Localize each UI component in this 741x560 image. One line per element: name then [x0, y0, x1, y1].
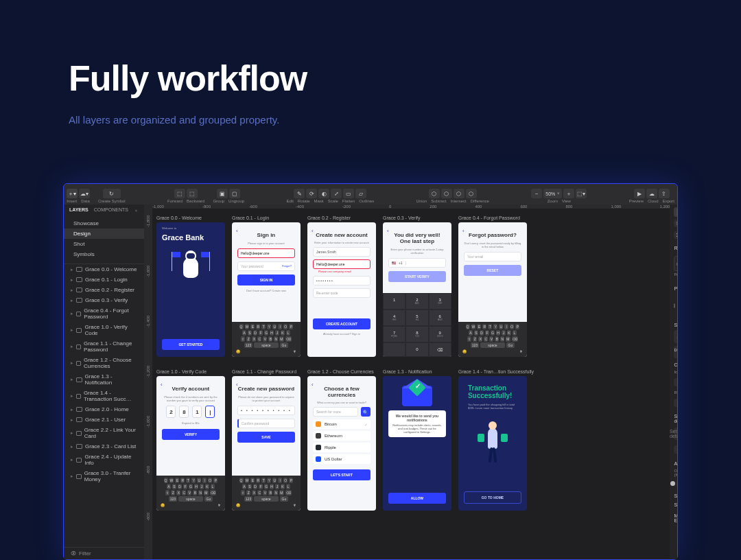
keyboard[interactable]: QWERTYUIOPASDFGHJKL⇧ZXCVBNM⌫123spaceGo😊🎙	[232, 476, 301, 511]
backward-button[interactable]: ⬚	[187, 189, 198, 198]
layer-item[interactable]: ▸Grace 1.2 - Choose Currencies	[64, 355, 144, 371]
x-input[interactable]: 0X	[674, 220, 677, 227]
group-button[interactable]: ▣	[217, 189, 228, 198]
symbol-select[interactable]: — CheckButtons/ ⌄	[674, 330, 677, 343]
forward-button[interactable]: ⬚	[174, 189, 185, 198]
align-left-button[interactable]: ▏	[674, 207, 677, 217]
currency-item[interactable]: Ethereum	[313, 431, 370, 441]
layer-item[interactable]: ▸Grace 2.4 - Update Info	[64, 452, 144, 468]
artboard[interactable]: Grace 0.1 - Login ‹ Sign in Please sign …	[232, 215, 301, 357]
verify-button[interactable]: VERIFY	[162, 429, 220, 440]
layer-item[interactable]: ▸Grace 0.0 - Welcome	[64, 264, 144, 275]
go-home-button[interactable]: GO TO HOME	[464, 491, 521, 504]
artboard[interactable]: Grace 0.2 - Register ‹ Create new accoun…	[307, 215, 376, 357]
numpad[interactable]: 12ABC3DEF4GHI5JKL6MNO7PQRS8TUV9WXYZ0⌫	[383, 293, 451, 357]
layer-item[interactable]: ▸Grace 1.0 - Verify Code	[64, 322, 144, 338]
get-started-button[interactable]: GET STARTED	[162, 339, 220, 350]
back-icon[interactable]: ‹	[387, 228, 389, 234]
scale-button[interactable]: ⤢	[331, 189, 342, 198]
name-field[interactable]: James Smith	[313, 247, 370, 257]
keyboard[interactable]: QWERTYUIOPASDFGHJKL⇧ZXCVBNM⌫123spaceGo😊🎙	[458, 322, 527, 357]
outlines-button[interactable]: ▱	[355, 189, 366, 198]
pin-to-edge[interactable]: Pin to Edge	[674, 256, 677, 277]
layer-item[interactable]: ▸Grace 2.3 - Card List	[64, 441, 144, 452]
components-tab[interactable]: COMPONENTS	[94, 207, 128, 214]
keyboard[interactable]: QWERTYUIOPASDFGHJKL⇧ZXCVBNM⌫123spaceGo😊🎙	[156, 476, 225, 511]
w-input[interactable]: 375W	[674, 231, 677, 239]
lets-start-button[interactable]: LET'S START	[313, 469, 370, 480]
email-field[interactable]: Your email	[464, 252, 521, 261]
password-field[interactable]: Your passwordForgot?	[237, 261, 295, 271]
mask-button[interactable]: ◐	[318, 189, 329, 198]
back-icon[interactable]: ‹	[236, 382, 238, 388]
union-button[interactable]: ⬡	[429, 189, 440, 198]
canvas[interactable]: Grace 0.0 - Welcome Welcome to Grace Ban…	[152, 209, 670, 559]
reset-button[interactable]: RESET	[464, 265, 521, 276]
back-icon[interactable]: ‹	[311, 228, 314, 234]
layer-item[interactable]: ▸Grace 0.2 - Register	[64, 285, 144, 295]
artboard[interactable]: Grace 1.1 - Change Password ‹ Create new…	[232, 369, 301, 511]
layer-item[interactable]: ▸Grace 1.3 - Notification	[64, 371, 144, 388]
email-field[interactable]: Hello@deeper.one	[237, 248, 295, 258]
create-symbol-button[interactable]: ↻	[103, 189, 121, 198]
layer-item[interactable]: ▸Grace 2.1 - User	[64, 415, 144, 425]
layer-item[interactable]: ▸Grace 1.1 - Change Password	[64, 338, 144, 355]
confirm-field[interactable]: Re-enter code	[313, 288, 370, 298]
page-item[interactable]: Symbols	[64, 249, 144, 259]
layer-item[interactable]: ▸Grace 1.4 - Transaction Succ…	[64, 388, 144, 404]
layer-item[interactable]: ▸Grace 0.3 - Verify	[64, 295, 144, 305]
back-icon[interactable]: ‹	[161, 382, 163, 388]
currency-item[interactable]: Ripple	[313, 443, 370, 452]
currency-item[interactable]: US Dollar	[313, 454, 370, 464]
filter-input[interactable]: ⦿ Filter	[64, 547, 144, 559]
flatten-button[interactable]: ▭	[343, 189, 354, 198]
artboard[interactable]: Grace 1.4 - Tran…tion Successfully Trans…	[458, 369, 534, 511]
email-field[interactable]: Hello@deeper.one	[313, 259, 370, 269]
artboard[interactable]: Grace 0.0 - Welcome Welcome to Grace Ban…	[156, 215, 225, 357]
artboard[interactable]: Grace 0.3 - Verify ‹ You did very well! …	[383, 215, 451, 357]
password-field[interactable]: • • • • • • • • • •	[237, 406, 295, 415]
export-button[interactable]: ⇪	[659, 189, 670, 198]
edit-button[interactable]: ✎	[294, 189, 305, 198]
back-icon[interactable]: ‹	[311, 382, 314, 388]
phone-field[interactable]: 🇺🇸 +1|	[388, 258, 446, 268]
artboard[interactable]: Grace 0.4 - Forgot Password ‹ Forgot pas…	[458, 215, 527, 357]
override-bg-select[interactable]: Background⌄	[674, 399, 677, 407]
layer-item[interactable]: ▸Grace 0.1 - Login	[64, 275, 144, 285]
currency-item[interactable]: Bitcoin✓	[313, 419, 370, 429]
back-icon[interactable]: ‹	[236, 228, 238, 234]
view-button[interactable]: ⬚▾	[576, 189, 587, 198]
search-icon[interactable]: 🔍	[361, 407, 370, 417]
add-page-button[interactable]: ＋	[134, 207, 139, 214]
ungroup-button[interactable]: ▢	[229, 189, 240, 198]
layer-item[interactable]: ▸Grace 2.2 - Link Your Card	[64, 425, 144, 441]
search-input[interactable]: Search for more	[313, 407, 358, 417]
zoom-in-button[interactable]: ＋	[563, 189, 574, 198]
layer-item[interactable]: ▸Grace 0.4 - Forgot Password	[64, 305, 144, 322]
page-item[interactable]: Shot	[64, 239, 144, 249]
cloud-button[interactable]: ☁	[646, 189, 657, 198]
set-default-button[interactable]: Set as default	[674, 428, 677, 440]
keyboard[interactable]: QWERTYUIOPASDFGHJKL⇧ZXCVBNM⌫123spaceGo😊🎙	[232, 322, 301, 357]
zoom-out-button[interactable]: −	[531, 189, 542, 198]
rotate-button[interactable]: ⟳	[306, 189, 317, 198]
data-button[interactable]: ☁▾	[79, 189, 90, 198]
canvas-area[interactable]: -1,000-800-600-400-20002004006008001,000…	[144, 205, 670, 559]
override-icon-select[interactable]: Icons/Uncheck⌄	[674, 378, 677, 386]
allow-button[interactable]: ALLOW	[388, 493, 446, 504]
insert-button[interactable]: ＋▾	[67, 189, 78, 198]
start-verify-button[interactable]: START VERIFY	[388, 271, 446, 282]
main-select[interactable]: Main/16⌄	[674, 445, 677, 454]
detach-button[interactable]: Detach	[674, 346, 677, 358]
zoom-value[interactable]: 50%▾	[543, 189, 562, 198]
preview-button[interactable]: ▶	[634, 189, 645, 198]
page-item[interactable]: Showcase	[64, 218, 144, 229]
layers-tab[interactable]: LAYERS	[69, 207, 89, 214]
signin-button[interactable]: SIGN IN	[237, 275, 295, 285]
page-item[interactable]: Design	[64, 229, 144, 239]
artboard[interactable]: Grace 1.3 - Notification We would like t…	[383, 369, 451, 511]
layer-item[interactable]: ▸Grace 3.0 - Tranfer Money	[64, 468, 144, 485]
otp-input[interactable]: 2 8 1 |	[166, 406, 215, 418]
password-field[interactable]: • • • • • • • •	[313, 276, 370, 285]
layer-item[interactable]: ▸Grace 2.0 - Home	[64, 404, 144, 415]
